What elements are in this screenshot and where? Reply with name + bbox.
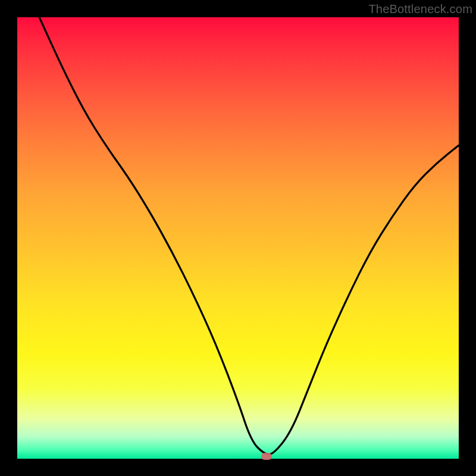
optimal-point-marker	[261, 453, 272, 460]
bottleneck-curve	[17, 17, 459, 459]
watermark-label: TheBottleneck.com	[368, 2, 472, 16]
